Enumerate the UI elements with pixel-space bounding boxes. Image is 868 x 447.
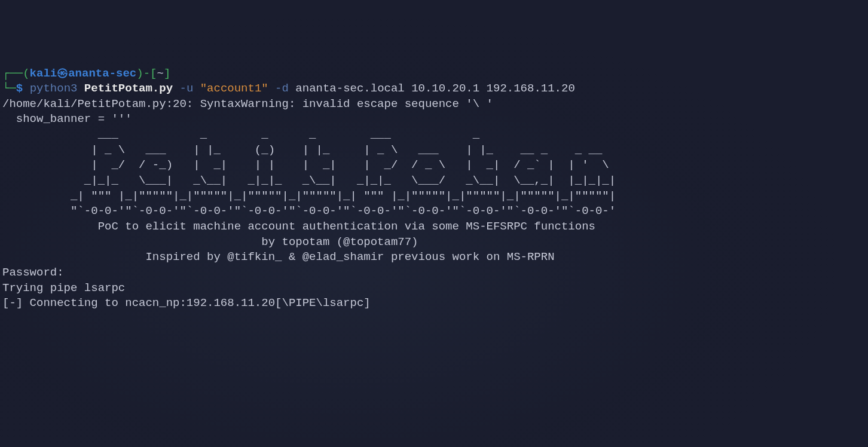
terminal[interactable]: ┌──(kali㉿ananta-sec)-[~]└─$ python3 Peti…: [2, 66, 866, 311]
prompt-line-1: ┌──(kali㉿ananta-sec)-[~]: [2, 66, 866, 82]
desc-line-3: Inspired by @tifkin_ & @elad_shamir prev…: [2, 250, 866, 265]
args-rest: ananta-sec.local 10.10.20.1 192.168.11.2…: [295, 82, 574, 95]
prompt-user: kali: [30, 67, 57, 80]
desc-line-1: PoC to elicit machine account authentica…: [2, 219, 866, 235]
arg-user: "account1": [200, 82, 268, 95]
cmd-python: python3: [30, 82, 84, 95]
prompt-box-end: ]: [164, 67, 170, 80]
prompt-dollar: $: [16, 82, 30, 95]
cmd-script: PetitPotam.py: [84, 82, 173, 95]
prompt-path: ~: [157, 67, 163, 80]
show-banner-line: show_banner = ''': [2, 112, 866, 127]
prompt-line-2: └─$ python3 PetitPotam.py -u "account1" …: [2, 81, 866, 97]
connecting-line: [-] Connecting to ncacn_np:192.168.11.20…: [2, 296, 866, 311]
prompt-host: ananta-sec: [68, 67, 136, 80]
flag-d: -d: [268, 82, 296, 95]
prompt-box-top: ┌──(: [2, 67, 30, 80]
prompt-box-bottom: └─: [2, 82, 16, 95]
flag-u: -u: [173, 82, 200, 95]
desc-line-2: by topotam (@topotam77): [2, 235, 866, 250]
password-prompt: Password:: [2, 265, 866, 281]
trying-line: Trying pipe lsarpc: [2, 281, 866, 296]
prompt-box-close: )-[: [136, 67, 157, 80]
prompt-at: ㉿: [57, 67, 68, 80]
warning-line: /home/kali/PetitPotam.py:20: SyntaxWarni…: [2, 97, 866, 112]
ascii-art-banner: ___ _ _ _ ___ _ | _ \ ___ | |_ (_) | |_ …: [2, 127, 866, 219]
